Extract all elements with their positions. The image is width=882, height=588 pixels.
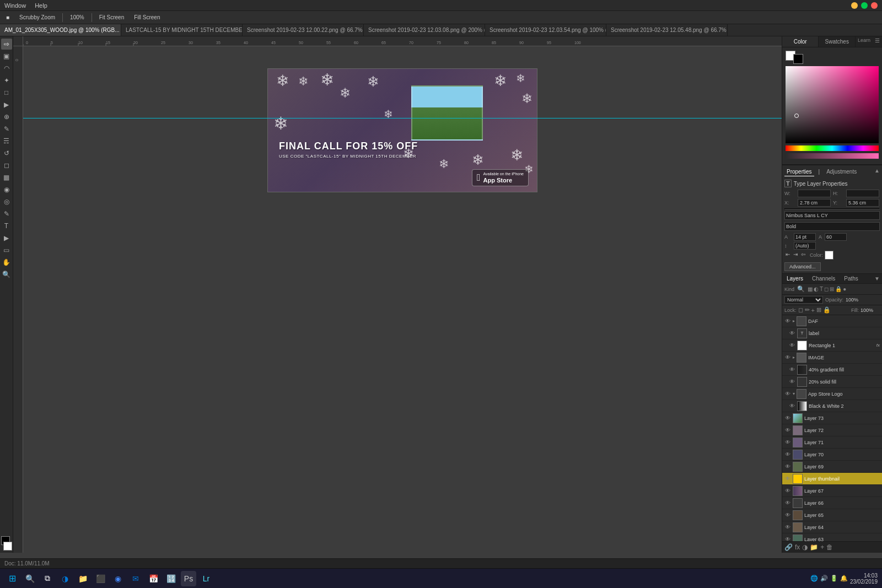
fill-value[interactable]: 100% xyxy=(861,308,880,313)
h-input[interactable] xyxy=(846,190,879,197)
layer-solid20[interactable]: 👁 20% solid fill xyxy=(782,376,882,388)
properties-tab[interactable]: Properties xyxy=(784,168,814,176)
group-arrow[interactable]: ▸ xyxy=(793,355,795,360)
layer-70[interactable]: 👁 Layer 70 xyxy=(782,449,882,461)
search-taskbar-icon[interactable]: 🔍 xyxy=(22,571,37,586)
eye-icon[interactable]: 👁 xyxy=(784,524,791,531)
leading-input[interactable] xyxy=(794,242,816,250)
shape-tool[interactable]: ▭ xyxy=(1,245,12,256)
opacity-value[interactable]: 100% xyxy=(846,297,865,303)
history-tool[interactable]: ↺ xyxy=(1,148,12,159)
filter-toggle[interactable]: ● xyxy=(843,286,846,292)
layer-69[interactable]: 👁 Layer 69 xyxy=(782,461,882,473)
layer-gradient40[interactable]: 👁 40% gradient fill xyxy=(782,364,882,376)
tab-1[interactable]: LASTCALL-15 BY MIDNIGHT 15TH DECEMBER , … xyxy=(121,24,243,36)
color-gradient-picker[interactable] xyxy=(786,66,879,143)
hand-tool[interactable]: ✋ xyxy=(1,257,12,268)
eye-icon[interactable]: 👁 xyxy=(784,500,791,506)
bg-swatch[interactable] xyxy=(793,54,803,64)
x-input[interactable] xyxy=(798,199,831,207)
group-arrow[interactable]: ▸ xyxy=(793,319,795,323)
tab-3[interactable]: Screenshot 2019-02-23 12.03.08.png @ 200… xyxy=(364,24,485,36)
paths-tab[interactable]: Paths xyxy=(840,274,863,283)
channels-tab[interactable]: Channels xyxy=(808,274,840,283)
terminal-icon[interactable]: ⬛ xyxy=(93,571,108,586)
new-layer-icon[interactable]: + xyxy=(820,543,824,551)
align-center-icon[interactable]: ⇥ xyxy=(792,251,799,260)
align-right-icon[interactable]: ⇦ xyxy=(800,251,806,260)
filter-shape-icon[interactable]: ◻ xyxy=(824,286,829,292)
font-name-input[interactable] xyxy=(784,211,880,220)
eye-icon[interactable]: 👁 xyxy=(784,512,791,519)
color-panel-menu[interactable]: ☰ xyxy=(873,36,882,47)
layer-rectangle1[interactable]: 👁 Rectangle 1 fx xyxy=(782,339,882,352)
battery-icon[interactable]: 🔋 xyxy=(830,575,838,582)
link-layers-icon[interactable]: 🔗 xyxy=(784,543,793,551)
filter-pixel-icon[interactable]: ▦ xyxy=(808,286,813,292)
layer-65[interactable]: 👁 Layer 65 xyxy=(782,509,882,521)
tab-active[interactable]: AM_01_205X305_WOOD.jpg @ 100% (RGB... ✕ xyxy=(0,24,121,36)
group-arrow[interactable]: ▾ xyxy=(793,391,795,396)
eye-icon[interactable]: 👁 xyxy=(784,536,791,542)
lock-all-icon[interactable]: 🔒 xyxy=(823,306,831,314)
font-style-input[interactable] xyxy=(784,222,880,231)
tab-5[interactable]: Screenshot 2019-02-23 12.05.48.png @ 66.… xyxy=(606,24,728,36)
canvas-area[interactable]: ❄ ❄ ❄ ❄ ❄ ❄ ❄ ❄ ❄ ❄ ❄ ❄ ❄ xyxy=(23,46,782,553)
eye-icon[interactable]: 👁 xyxy=(784,476,791,482)
close-button[interactable] xyxy=(871,2,878,9)
eye-icon[interactable]: 👁 xyxy=(789,330,795,337)
advanced-button[interactable]: Advanced... xyxy=(784,262,821,271)
align-left-icon[interactable]: ⇤ xyxy=(784,251,791,260)
select-tool[interactable]: ▣ xyxy=(1,51,12,62)
eye-icon[interactable]: 👁 xyxy=(784,451,791,458)
eye-icon[interactable]: 👁 xyxy=(784,391,791,397)
filter-smart-icon[interactable]: ⊞ xyxy=(830,286,834,292)
menu-window[interactable]: Window xyxy=(4,2,26,9)
brush-tool[interactable]: ✎ xyxy=(1,123,12,134)
file-explorer-icon[interactable]: 📁 xyxy=(75,571,90,586)
volume-icon[interactable]: 🔊 xyxy=(820,575,828,582)
heal-tool[interactable]: ⊕ xyxy=(1,111,12,122)
eye-icon[interactable]: 👁 xyxy=(784,463,791,470)
gradient-tool[interactable]: ▦ xyxy=(1,172,12,183)
lock-artboard-icon[interactable]: ⊞ xyxy=(816,306,821,314)
layer-image-group[interactable]: 👁 ▸ IMAGE xyxy=(782,352,882,364)
move-tool[interactable]: ⇨ xyxy=(1,39,12,50)
lightroom-icon[interactable]: Lr xyxy=(198,571,214,586)
hue-slider[interactable] xyxy=(786,145,879,151)
layer-appstore-group[interactable]: 👁 ▾ App Store Logo xyxy=(782,388,882,400)
lock-position-icon[interactable]: + xyxy=(811,307,815,314)
calculator-icon[interactable]: 🔢 xyxy=(163,571,179,586)
lock-image-icon[interactable]: ✏ xyxy=(805,306,810,314)
clone-tool[interactable]: ☴ xyxy=(1,136,12,147)
opacity-slider[interactable] xyxy=(786,153,879,159)
filter-lock-icon[interactable]: 🔒 xyxy=(835,286,842,292)
text-tool[interactable]: T xyxy=(1,220,12,231)
zoom-level[interactable]: 100% xyxy=(67,13,87,22)
layer-67[interactable]: 👁 Layer 67 xyxy=(782,485,882,497)
adjustments-tab[interactable]: Adjustments xyxy=(824,168,859,176)
eye-icon[interactable]: 👁 xyxy=(784,439,791,446)
windows-start-icon[interactable]: ⊞ xyxy=(4,571,20,586)
network-icon[interactable]: 🌐 xyxy=(810,575,818,582)
blend-mode-select[interactable]: Normal xyxy=(784,296,823,304)
filter-adjust-icon[interactable]: ◐ xyxy=(814,286,819,292)
y-input[interactable] xyxy=(846,199,879,207)
layers-tab[interactable]: Layers xyxy=(782,274,808,283)
eye-icon[interactable]: 👁 xyxy=(789,379,795,385)
layer-72[interactable]: 👁 Layer 72 xyxy=(782,424,882,436)
eye-icon[interactable]: 👁 xyxy=(789,342,795,349)
lasso-tool[interactable]: ◠ xyxy=(1,63,12,74)
layer-thumbnail-active[interactable]: 👁 Layer thumbnail xyxy=(782,473,882,485)
lock-transparent-icon[interactable]: ◻ xyxy=(798,306,803,314)
eyedropper-tool[interactable]: ▶ xyxy=(1,99,12,110)
maximize-button[interactable] xyxy=(861,2,868,9)
color-tab[interactable]: Color xyxy=(782,36,819,47)
swatches-tab[interactable]: Swatches xyxy=(819,36,855,47)
dodge-tool[interactable]: ◎ xyxy=(1,196,12,207)
eye-icon[interactable]: 👁 xyxy=(789,366,795,373)
layers-panel-collapse[interactable]: ▼ xyxy=(874,276,880,282)
zoom-tool[interactable]: 🔍 xyxy=(1,269,12,280)
mail-icon[interactable]: ✉ xyxy=(128,571,143,586)
fit-screen-button[interactable]: Fit Screen xyxy=(96,13,127,22)
